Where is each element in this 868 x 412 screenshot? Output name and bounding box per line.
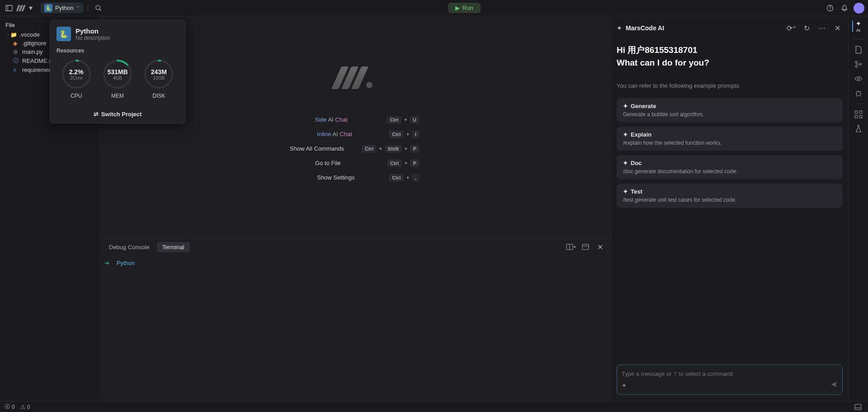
close-icon[interactable]: ✕ [832, 23, 843, 33]
shortcut-keys: Ctrl+, [389, 174, 419, 181]
sparkle-icon[interactable]: ✦ [622, 382, 627, 389]
file-name: .vscode [19, 31, 40, 38]
svg-point-10 [855, 61, 858, 63]
terminal-content[interactable]: ➜ Python [98, 255, 611, 401]
file-name: main.py [22, 48, 43, 55]
rail-grid-icon[interactable] [854, 110, 863, 118]
enhance-icon[interactable]: ⟳⁺ [786, 23, 797, 33]
prompt-desc: /test generate unit test cases for selec… [623, 197, 836, 203]
sparkle-icon: ✦ [623, 160, 628, 166]
prompt-card[interactable]: ✦GenerateGenerate a bubble sort algorith… [617, 98, 843, 122]
prompt-desc: Generate a bubble sort algorithm. [623, 111, 836, 118]
sparkle-icon: ✦ [623, 103, 628, 109]
gauge-value: 243M [151, 68, 167, 76]
prompt-card[interactable]: ✦Test/test generate unit test cases for … [617, 184, 843, 208]
gauge-label: MEM [111, 93, 124, 99]
search-icon[interactable] [93, 3, 104, 14]
popup-project-desc: No description [75, 35, 110, 41]
shortcut-keys: Ctrl+Shift+P [362, 145, 419, 152]
avatar[interactable] [854, 3, 864, 14]
gauge-value: 2.2% [69, 68, 84, 76]
ai-title: MarsCode AI [626, 24, 664, 32]
sparkle-icon: ✦ [617, 24, 622, 32]
close-icon[interactable]: ✕ [594, 242, 605, 252]
svg-point-13 [857, 78, 859, 80]
svg-point-2 [96, 5, 100, 9]
file-icon: ◆ [13, 40, 20, 47]
file-icon: 📁 [10, 32, 18, 38]
warnings-status[interactable]: ⚠ 0 [20, 404, 30, 410]
shortcut-label: Side AI Chat [315, 116, 378, 123]
status-bar: ⓧ 0 ⚠ 0 [0, 401, 868, 412]
shortcut-label: Show All Commands [290, 145, 353, 152]
rail-git-icon[interactable] [854, 60, 863, 68]
popup-project-name: Python [75, 27, 110, 35]
maximize-icon[interactable] [580, 242, 591, 252]
rail-flask-icon[interactable] [854, 125, 863, 133]
chevron-down-icon[interactable]: ▾ [27, 3, 34, 14]
terminal-tab[interactable]: Debug Console [104, 242, 155, 252]
file-icon: ⚙ [13, 49, 20, 55]
resources-label: Resources [50, 47, 185, 56]
rail-bug-icon[interactable] [854, 89, 863, 97]
chevron-down-icon: ⌃ [76, 5, 80, 10]
shortcut-label: Show Settings [317, 174, 380, 181]
prompt-title: Doc [631, 160, 642, 166]
terminal-tab[interactable]: Terminal [157, 242, 190, 252]
ai-greeting: Hi 用户86155318701 [617, 44, 843, 56]
gauge-sub: 4GB [107, 76, 127, 81]
prompt-card[interactable]: ✦Explain/explain how the selected functi… [617, 127, 843, 151]
history-icon[interactable]: ↻ [801, 23, 812, 33]
bell-icon[interactable] [839, 3, 850, 14]
right-rail: ✦ AI [848, 16, 868, 401]
shortcut-label: Inline AI Chat [317, 131, 380, 137]
prompt-title: Test [631, 188, 642, 195]
panel-toggle-icon[interactable] [853, 402, 863, 412]
errors-status[interactable]: ⓧ 0 [5, 403, 15, 411]
prompt-desc: /explain how the selected function works… [623, 140, 836, 146]
send-icon[interactable] [830, 381, 838, 390]
sparkle-icon: ✦ [623, 131, 628, 138]
help-icon[interactable]: ? [825, 3, 835, 14]
project-chip[interactable]: 🐍 Python ⌃ [41, 3, 83, 14]
sidebar-toggle-icon[interactable] [4, 3, 14, 14]
welcome-logo [336, 66, 373, 89]
file-name: .gitignore [22, 40, 46, 47]
resource-disk: 243M10GBDISK [143, 58, 175, 99]
ai-subtitle: What can I do for you? [617, 58, 843, 68]
svg-rect-15 [855, 111, 858, 114]
gauge-label: DISK [152, 93, 165, 99]
svg-text:?: ? [829, 6, 831, 11]
prompt-arrow-icon: ➜ [104, 260, 109, 266]
resource-mem: 531MB4GBMEM [102, 58, 133, 99]
switch-project-button[interactable]: ⇄ Switch Project [50, 105, 185, 123]
rail-ai-button[interactable]: ✦ AI [856, 20, 861, 33]
ai-input[interactable] [622, 370, 838, 377]
prompt-card[interactable]: ✦Doc/doc generate documentation for sele… [617, 155, 843, 179]
rail-ai-label: AI [856, 28, 860, 33]
prompt-title: Generate [631, 103, 656, 109]
svg-rect-8 [582, 244, 589, 250]
more-icon[interactable]: ⋯ [816, 23, 827, 33]
swap-icon: ⇄ [94, 111, 99, 118]
run-button[interactable]: ▶ Run [448, 3, 481, 13]
split-view-icon[interactable]: ▾ [566, 242, 576, 252]
rail-file-icon[interactable] [854, 46, 863, 54]
svg-point-14 [856, 92, 860, 96]
error-icon: ⓧ [5, 403, 10, 411]
svg-rect-16 [859, 111, 862, 114]
topbar: ▾ 🐍 Python ⌃ ▶ Run ? [0, 0, 868, 16]
warnings-count: 0 [27, 404, 30, 410]
svg-point-12 [859, 63, 862, 66]
ai-input-wrap: ✦ [617, 365, 843, 395]
svg-point-11 [855, 65, 858, 67]
gauge-sub: 2Core [69, 76, 84, 81]
run-label: Run [462, 5, 473, 11]
python-icon: 🐍 [57, 27, 71, 41]
ai-panel: ✦ MarsCode AI ⟳⁺ ↻ ⋯ ✕ Hi 用户86155318701 … [611, 16, 848, 401]
sparkle-icon: ✦ [623, 188, 628, 195]
rail-eye-icon[interactable] [854, 75, 863, 83]
app-logo [17, 5, 24, 11]
prompt-desc: /doc generate documentation for selected… [623, 168, 836, 175]
sparkle-icon: ✦ [856, 20, 861, 27]
